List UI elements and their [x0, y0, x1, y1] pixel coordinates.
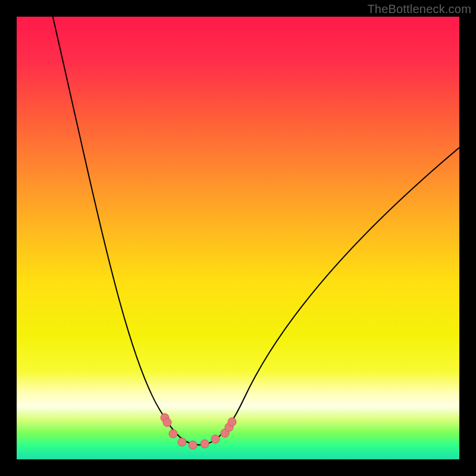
- watermark-text: TheBottleneck.com: [367, 2, 471, 16]
- gradient-background: [17, 17, 459, 459]
- marker-dot: [163, 418, 171, 427]
- marker-dot: [201, 440, 209, 448]
- marker-dot: [189, 441, 197, 449]
- marker-dot: [211, 435, 220, 443]
- chart-frame: TheBottleneck.com: [0, 0, 476, 476]
- marker-dot: [228, 418, 236, 426]
- plot-area: [17, 17, 459, 459]
- marker-dot: [178, 438, 186, 446]
- plot-svg: [17, 17, 459, 459]
- marker-dot: [169, 430, 177, 438]
